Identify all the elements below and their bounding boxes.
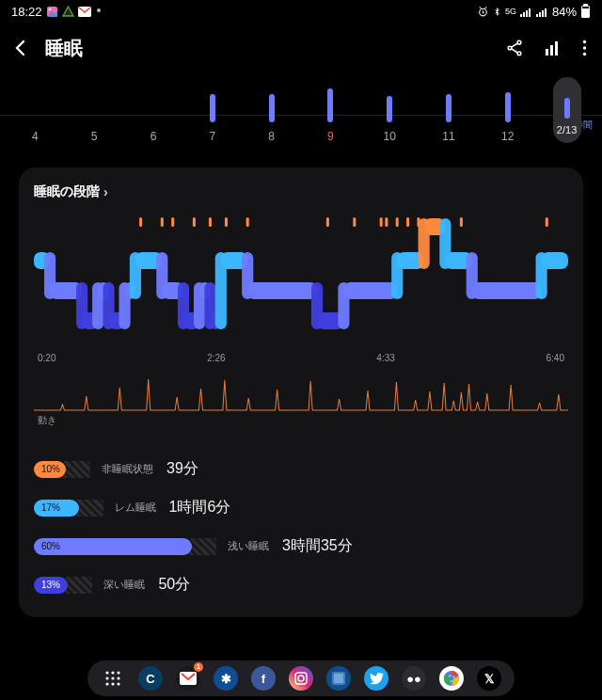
notes-app-icon[interactable] <box>326 666 351 691</box>
motion-chart <box>34 373 568 412</box>
svg-rect-7 <box>523 12 525 17</box>
facebook-app-icon[interactable]: f <box>251 666 276 691</box>
gmail-icon <box>78 7 91 17</box>
day-cell[interactable]: 4 <box>6 75 65 143</box>
day-cell[interactable]: 12 <box>478 75 537 143</box>
svg-rect-38 <box>406 217 409 227</box>
svg-marker-3 <box>63 7 73 16</box>
svg-rect-9 <box>529 8 531 17</box>
svg-rect-91 <box>295 673 307 684</box>
x-app-icon[interactable]: 𝕏 <box>477 666 501 691</box>
svg-rect-11 <box>539 12 541 17</box>
svg-rect-41 <box>546 217 548 227</box>
chrome-app-icon[interactable] <box>439 666 464 691</box>
overflow-menu-button[interactable] <box>582 40 587 56</box>
time-tick: 2:26 <box>207 353 225 363</box>
svg-rect-28 <box>171 217 174 227</box>
chevron-right-icon: › <box>103 184 108 199</box>
day-cell[interactable]: 7 <box>182 75 242 143</box>
days-timeline[interactable]: 7時間 4567891011122/13 <box>0 73 602 162</box>
svg-rect-94 <box>334 674 343 683</box>
network-label: 5G <box>505 7 516 16</box>
svg-point-85 <box>111 676 114 679</box>
day-cell[interactable]: 6 <box>124 75 183 143</box>
breakdown-bar: 10% <box>34 461 66 478</box>
svg-rect-13 <box>545 8 547 17</box>
app-dock: C 1 ✱ f ●● 𝕏 <box>87 660 515 696</box>
instagram-app-icon[interactable] <box>289 666 313 691</box>
svg-point-89 <box>117 682 119 685</box>
svg-rect-29 <box>193 217 196 227</box>
svg-rect-68 <box>311 282 323 329</box>
bluetooth-icon <box>493 6 501 18</box>
breakdown-bar: 13% <box>34 577 68 594</box>
sleep-stage-chart <box>34 210 568 351</box>
svg-rect-64 <box>215 252 227 329</box>
svg-rect-50 <box>103 282 114 329</box>
svg-point-19 <box>517 52 521 56</box>
svg-rect-62 <box>204 282 215 329</box>
breakdown-hatch <box>66 577 92 594</box>
time-tick: 4:33 <box>376 353 394 363</box>
svg-rect-34 <box>353 217 356 227</box>
svg-rect-31 <box>225 217 228 227</box>
svg-rect-10 <box>536 14 538 17</box>
breakdown-row: 60% 浅い睡眠 3時間35分 <box>34 536 568 556</box>
stage-breakdown: 10% 非睡眠状態 39分 17% レム睡眠 1時間6分 60% 浅い睡眠 3時… <box>34 459 568 595</box>
breakdown-hatch <box>77 500 103 517</box>
motion-label: 動き <box>34 414 568 427</box>
svg-rect-6 <box>520 14 522 17</box>
phone-app-icon[interactable]: C <box>138 666 163 691</box>
svg-point-81 <box>105 671 108 674</box>
svg-point-17 <box>517 40 521 44</box>
day-cell[interactable]: 9 <box>301 75 360 143</box>
app-icon-4[interactable]: ✱ <box>214 666 238 691</box>
status-right: 5G 84% <box>477 4 591 19</box>
apps-icon[interactable] <box>101 666 125 691</box>
svg-point-84 <box>105 676 108 679</box>
svg-point-24 <box>583 46 586 49</box>
day-cell[interactable]: 11 <box>420 75 479 143</box>
status-left: 18:22 <box>11 5 102 19</box>
share-button[interactable] <box>505 39 524 57</box>
svg-rect-72 <box>391 252 403 299</box>
breakdown-value: 39分 <box>166 459 198 479</box>
page-header: 睡眠 <box>0 23 602 73</box>
svg-rect-48 <box>92 282 103 329</box>
svg-rect-40 <box>460 217 463 227</box>
signal-icon-2 <box>536 7 548 17</box>
svg-point-87 <box>105 682 108 685</box>
svg-rect-33 <box>326 217 329 227</box>
gallery-icon <box>46 6 58 18</box>
day-cell[interactable]: 5 <box>65 75 124 143</box>
svg-rect-12 <box>542 10 544 17</box>
day-cell[interactable]: 2/13 <box>537 75 596 143</box>
day-cell[interactable]: 10 <box>360 75 420 143</box>
svg-rect-35 <box>380 217 383 227</box>
breakdown-key: 浅い睡眠 <box>228 539 269 553</box>
day-cell[interactable]: 8 <box>242 75 301 143</box>
breakdown-row: 10% 非睡眠状態 39分 <box>34 459 568 479</box>
svg-rect-52 <box>119 282 130 329</box>
svg-point-25 <box>583 53 586 56</box>
twitter-app-icon[interactable] <box>364 666 388 691</box>
svg-rect-60 <box>194 282 205 329</box>
card-title-row[interactable]: 睡眠の段階 › <box>34 183 108 200</box>
app-icon-9[interactable]: ●● <box>402 666 426 691</box>
battery-icon <box>580 4 591 19</box>
card-title-text: 睡眠の段階 <box>34 183 100 200</box>
stats-button[interactable] <box>545 40 562 56</box>
gmail-app-icon[interactable]: 1 <box>176 666 200 691</box>
svg-rect-32 <box>246 217 249 227</box>
back-button[interactable] <box>9 37 32 59</box>
svg-point-92 <box>298 676 304 681</box>
breakdown-key: 非睡眠状態 <box>102 462 153 476</box>
breakdown-bar: 60% <box>34 538 192 555</box>
svg-rect-26 <box>139 217 142 227</box>
svg-point-86 <box>117 676 119 679</box>
svg-point-1 <box>48 8 50 9</box>
page-title: 睡眠 <box>45 36 83 61</box>
breakdown-hatch <box>64 461 90 478</box>
svg-rect-78 <box>467 252 478 299</box>
alarm-icon <box>477 6 489 18</box>
